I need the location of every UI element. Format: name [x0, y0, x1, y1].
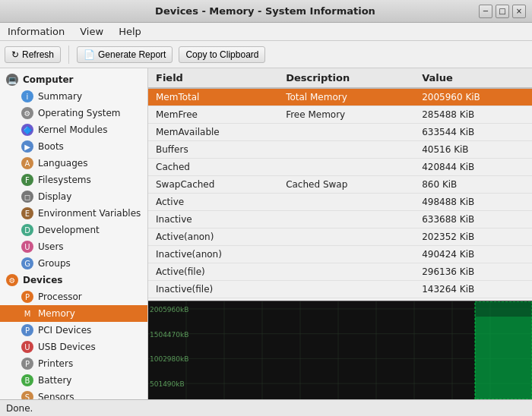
table-row[interactable]: Inactive(file)143264 KiB: [148, 281, 532, 298]
cell-description: [278, 194, 414, 211]
sidebar-item-groups[interactable]: GGroups: [0, 255, 147, 272]
window-controls[interactable]: − □ ×: [479, 5, 526, 18]
cell-value: 498488 KiB: [414, 194, 532, 211]
memory-icon: M: [21, 307, 33, 320]
sidebar-item-boots[interactable]: ▶Boots: [0, 138, 147, 155]
svg-text:501490kB: 501490kB: [150, 380, 185, 388]
cell-field: SwapCached: [148, 176, 278, 194]
copy-clipboard-button[interactable]: Copy to Clipboard: [179, 46, 265, 63]
cell-description: [278, 141, 414, 159]
kernel-icon: 🔷: [21, 124, 33, 136]
table-row[interactable]: Buffers40516 KiB: [148, 141, 532, 159]
cell-value: 40516 KiB: [414, 141, 532, 159]
svg-rect-18: [475, 317, 532, 399]
table-row[interactable]: MemAvailable633544 KiB: [148, 124, 532, 141]
sidebar-item-envvars[interactable]: EEnvironment Variables: [0, 205, 147, 222]
memory-graph: 2005960kB 1504470kB 1002980kB 501490kB: [148, 301, 532, 399]
table-row[interactable]: Active(anon)202352 KiB: [148, 228, 532, 246]
table-row[interactable]: Inactive(anon)490424 KiB: [148, 246, 532, 263]
report-icon: 📄: [84, 49, 95, 60]
cell-value: 296136 KiB: [414, 263, 532, 281]
cell-field: Cached: [148, 159, 278, 176]
cell-description: [278, 159, 414, 176]
menu-information[interactable]: Information: [3, 24, 69, 39]
display-icon: ◻: [21, 191, 33, 203]
cell-field: Inactive(file): [148, 281, 278, 298]
sidebar-item-os[interactable]: ⚙Operating System: [0, 105, 147, 121]
table-row[interactable]: MemFreeFree Memory285488 KiB: [148, 106, 532, 124]
svg-rect-19: [475, 301, 532, 317]
cell-field: Active: [148, 194, 278, 211]
table-body: MemTotalTotal Memory2005960 KiBMemFreeFr…: [148, 88, 532, 301]
cell-description: Free Memory: [278, 106, 414, 124]
sidebar-item-kernel[interactable]: 🔷Kernel Modules: [0, 121, 147, 138]
table-row[interactable]: Inactive633688 KiB: [148, 211, 532, 228]
minimize-button[interactable]: −: [479, 5, 492, 18]
statusbar: Done.: [0, 399, 532, 416]
cell-field: Inactive: [148, 211, 278, 228]
cell-description: [278, 281, 414, 298]
cell-value: 2005960 KiB: [414, 88, 532, 106]
status-text: Done.: [6, 403, 33, 414]
col-value: Value: [414, 68, 532, 88]
sidebar: 💻 Computer iSummary⚙Operating System🔷Ker…: [0, 68, 148, 399]
sidebar-item-summary[interactable]: iSummary: [0, 88, 147, 105]
generate-report-button[interactable]: 📄 Generate Report: [77, 46, 173, 63]
sidebar-section-devices[interactable]: ⚙Devices: [0, 272, 147, 288]
cell-field: MemAvailable: [148, 124, 278, 141]
col-description: Description: [278, 68, 414, 88]
sidebar-item-processor[interactable]: PProcessor: [0, 288, 147, 305]
languages-icon: A: [21, 157, 33, 169]
svg-text:1002980kB: 1002980kB: [150, 355, 188, 363]
sidebar-item-memory[interactable]: MMemory: [0, 305, 147, 322]
sidebar-items-container: iSummary⚙Operating System🔷Kernel Modules…: [0, 88, 147, 399]
sidebar-item-sensors[interactable]: SSensors: [0, 389, 147, 399]
cell-description: [278, 263, 414, 281]
summary-icon: i: [21, 90, 33, 102]
cell-field: Buffers: [148, 141, 278, 159]
table-row[interactable]: SwapCachedCached Swap860 KiB: [148, 176, 532, 194]
cell-field: Active(anon): [148, 228, 278, 246]
right-panel: Field Description Value MemTotalTotal Me…: [148, 68, 532, 399]
cell-field: Inactive(anon): [148, 246, 278, 263]
battery-icon: B: [21, 374, 33, 386]
table-row[interactable]: Active(file)296136 KiB: [148, 263, 532, 281]
cell-description: Cached Swap: [278, 176, 414, 194]
menu-help[interactable]: Help: [114, 24, 146, 39]
cell-field: MemTotal: [148, 88, 278, 106]
titlebar: Devices - Memory - System Information − …: [0, 0, 532, 23]
table-header: Field Description Value: [148, 68, 532, 88]
sidebar-item-battery[interactable]: BBattery: [0, 372, 147, 389]
cell-description: [278, 124, 414, 141]
table-row[interactable]: MemTotalTotal Memory2005960 KiB: [148, 88, 532, 106]
sidebar-item-usb[interactable]: UUSB Devices: [0, 339, 147, 355]
users-icon: U: [21, 241, 33, 253]
sidebar-item-filesystems[interactable]: FFilesystems: [0, 172, 147, 188]
toolbar-separator: [68, 46, 69, 64]
processor-icon: P: [21, 291, 33, 303]
table-row[interactable]: Active498488 KiB: [148, 194, 532, 211]
envvars-icon: E: [21, 207, 33, 219]
main-content: 💻 Computer iSummary⚙Operating System🔷Ker…: [0, 68, 532, 399]
svg-text:2005960kB: 2005960kB: [150, 306, 188, 314]
sidebar-item-printers[interactable]: PPrinters: [0, 355, 147, 372]
printers-icon: P: [21, 358, 33, 370]
graph-svg: 2005960kB 1504470kB 1002980kB 501490kB: [148, 301, 532, 399]
table-row[interactable]: Cached420844 KiB: [148, 159, 532, 176]
cell-value: 143264 KiB: [414, 281, 532, 298]
sidebar-item-languages[interactable]: ALanguages: [0, 155, 147, 172]
sidebar-item-pci[interactable]: PPCI Devices: [0, 322, 147, 339]
close-button[interactable]: ×: [512, 5, 526, 18]
cell-field: Active(file): [148, 263, 278, 281]
sidebar-item-display[interactable]: ◻Display: [0, 188, 147, 205]
maximize-button[interactable]: □: [496, 5, 509, 18]
cell-value: 633544 KiB: [414, 124, 532, 141]
sidebar-section-computer[interactable]: 💻 Computer: [0, 71, 147, 88]
cell-value: 860 KiB: [414, 176, 532, 194]
sidebar-item-development[interactable]: DDevelopment: [0, 222, 147, 238]
usb-icon: U: [21, 341, 33, 353]
sidebar-item-users[interactable]: UUsers: [0, 238, 147, 255]
data-table[interactable]: Field Description Value MemTotalTotal Me…: [148, 68, 532, 301]
menu-view[interactable]: View: [75, 24, 108, 39]
refresh-button[interactable]: ↻ Refresh: [5, 46, 61, 63]
